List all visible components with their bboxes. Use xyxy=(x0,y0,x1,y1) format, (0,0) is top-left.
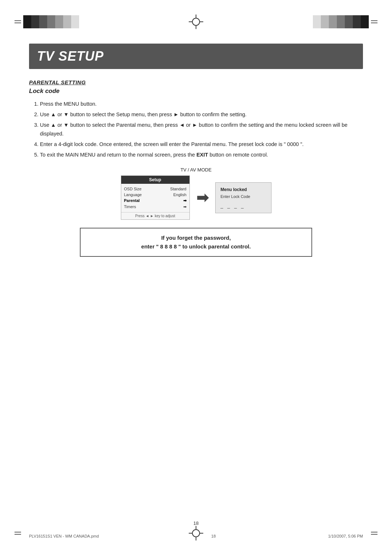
instruction-item: Enter a 4-digit lock code. Once entered,… xyxy=(40,140,363,149)
instruction-item: Use ▲ or ▼ button to select the Parental… xyxy=(40,121,363,138)
password-line1: If you forget the password, xyxy=(161,235,231,241)
setup-menu-box: Setup OSD SizeStandardLanguageEnglishPar… xyxy=(121,175,190,220)
setup-menu-header: Setup xyxy=(121,176,189,184)
bottom-right-reg xyxy=(371,532,377,535)
top-right-reg xyxy=(305,15,377,28)
password-line2: enter " 8 8 8 8 " to unlock parental con… xyxy=(141,243,251,250)
color-bars-right xyxy=(305,15,369,28)
setup-menu-row: Timers➡ xyxy=(124,204,187,210)
setup-menu-body: OSD SizeStandardLanguageEnglishParental➡… xyxy=(121,184,189,212)
instruction-item: Press the MENU button. xyxy=(40,100,363,108)
instruction-item: Use ▲ or ▼ button to select the Setup me… xyxy=(40,110,363,119)
footer-right: 1/10/2007, 5:06 PM xyxy=(328,534,363,538)
crosshair-bottom xyxy=(189,526,203,540)
footer-left: PLV16151S1 VEN - WM CANADA.pmd xyxy=(29,534,99,538)
diagram-row: Setup OSD SizeStandardLanguageEnglishPar… xyxy=(121,175,271,220)
menu-locked-subtitle: Enter Lock Code xyxy=(221,194,266,199)
sub-heading: Lock code xyxy=(29,88,363,95)
footer-center: 18 xyxy=(211,534,216,538)
diagram-arrow: ➡ xyxy=(196,190,209,205)
setup-menu-row: LanguageEnglish xyxy=(124,192,187,198)
instructions-list: Press the MENU button.Use ▲ or ▼ button … xyxy=(29,100,363,159)
reg-lines-left xyxy=(15,20,21,23)
setup-menu-row: OSD SizeStandard xyxy=(124,186,187,192)
top-registration-bar xyxy=(0,11,392,33)
diagram-mode-label: TV / AV MODE xyxy=(180,167,212,173)
instruction-item: To exit the MAIN MENU and return to the … xyxy=(40,151,363,159)
section-heading: PARENTAL SETTING xyxy=(29,79,363,85)
menu-locked-title: Menu locked xyxy=(221,187,266,192)
reg-lines-bottom-right xyxy=(371,532,377,535)
reg-lines-bottom-left xyxy=(15,532,21,535)
setup-menu-row: Parental➡ xyxy=(124,198,187,204)
top-left-reg xyxy=(15,15,87,28)
setup-menu-footer: Press ◄ ► key to adjust xyxy=(121,212,189,219)
main-content: TV SETUP PARENTAL SETTING Lock code Pres… xyxy=(29,44,363,511)
page-title: TV SETUP xyxy=(37,49,355,64)
reg-lines-right xyxy=(371,20,377,23)
menu-locked-dashes: _ _ _ _ xyxy=(221,203,266,208)
bottom-registration-bar xyxy=(0,522,392,544)
title-banner: TV SETUP xyxy=(29,44,363,69)
password-reminder-box: If you forget the password, enter " 8 8 … xyxy=(80,228,312,257)
color-bars-left xyxy=(23,15,87,28)
diagram-area: TV / AV MODE Setup OSD SizeStandardLangu… xyxy=(29,167,363,220)
crosshair-top xyxy=(189,15,203,29)
bottom-left-reg xyxy=(15,532,21,535)
menu-locked-box: Menu locked Enter Lock Code _ _ _ _ xyxy=(215,182,271,213)
